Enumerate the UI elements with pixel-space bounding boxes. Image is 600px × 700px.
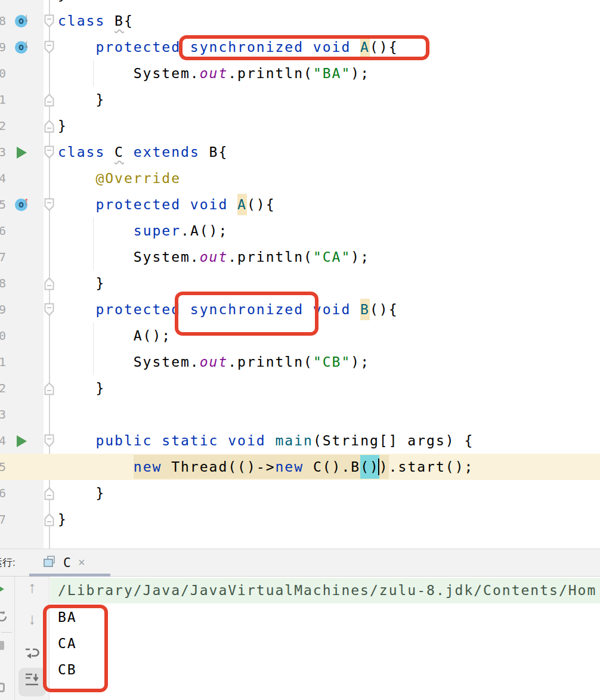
code-text: public static void main(String[] args) { <box>58 428 474 454</box>
fold-marker-icon[interactable] <box>43 381 55 396</box>
run-icon[interactable] <box>15 433 35 450</box>
stop-icon[interactable] <box>0 641 4 650</box>
code-line: 33 <box>0 401 600 428</box>
tool-icon[interactable] <box>0 683 5 692</box>
code-line: 25o↑ protected void A(){ <box>0 191 600 218</box>
code-line: 32 } <box>0 375 600 401</box>
line-number: 25 <box>0 191 6 218</box>
code-text: } <box>58 506 67 532</box>
console-command-line: /Library/Java/JavaVirtualMachines/zulu-8… <box>50 578 600 603</box>
jdk-path: /Library/Java/JavaVirtualMachines/zulu-8… <box>50 578 600 603</box>
code-text: A(); <box>58 323 171 349</box>
run-tab-c[interactable]: C × <box>29 549 110 577</box>
line-number: 33 <box>0 401 6 428</box>
rerun-icon[interactable] <box>0 610 8 623</box>
fold-marker-icon[interactable] <box>43 14 55 29</box>
code-text: System.out.println("CA"); <box>58 244 370 270</box>
code-text: } <box>58 0 67 8</box>
console-output-line: CB <box>58 656 77 683</box>
code-line: 27 System.out.println("CA"); <box>0 244 600 270</box>
close-icon[interactable]: × <box>78 549 85 577</box>
code-line: 17} <box>0 0 600 8</box>
run-panel-title: 运行: <box>0 549 16 577</box>
code-line: 31 System.out.println("CB"); <box>0 349 600 375</box>
code-text: super.A(); <box>58 218 228 244</box>
fold-marker-icon[interactable] <box>43 119 55 134</box>
code-line: 19o↓ protected synchronized void A(){ <box>0 34 600 60</box>
overridden-method-icon[interactable]: o↓ <box>15 39 35 56</box>
code-line: 29 protected synchronized void B(){ <box>0 296 600 323</box>
code-text: class C extends B{ <box>58 139 228 165</box>
code-line: 22} <box>0 113 600 139</box>
console-toolbar: ↑ ↓ <box>15 577 50 700</box>
ide-window: 17}18o↓class B{19o↓ protected synchroniz… <box>0 0 600 700</box>
code-text: } <box>58 375 105 401</box>
code-text: System.out.println("BA"); <box>58 60 370 86</box>
toolbar-divider <box>1 632 12 633</box>
line-number: 24 <box>0 165 6 191</box>
code-text: } <box>58 86 105 113</box>
down-arrow-icon[interactable]: ↓ <box>23 610 41 628</box>
code-text: } <box>58 480 105 506</box>
code-text: @Override <box>58 165 181 191</box>
code-text: protected synchronized void A(){ <box>58 34 398 60</box>
code-line: 28 } <box>0 270 600 296</box>
run-icon[interactable] <box>15 144 35 161</box>
fold-marker-icon[interactable] <box>43 302 55 317</box>
code-line: 37} <box>0 506 600 532</box>
code-text: System.out.println("CB"); <box>58 349 370 375</box>
overriding-method-icon[interactable]: o↑ <box>15 197 35 213</box>
line-number: 34 <box>0 428 6 454</box>
code-text: protected void A(){ <box>58 191 276 218</box>
code-text: } <box>58 270 105 296</box>
soft-wrap-icon[interactable] <box>24 646 40 661</box>
line-number: 37 <box>0 506 6 532</box>
line-number: 19 <box>0 34 6 60</box>
run-toolbar <box>0 577 15 700</box>
fold-marker-icon[interactable] <box>43 433 55 448</box>
code-text: new Thread(()->new C().B()).start(); <box>58 454 474 480</box>
line-number: 29 <box>0 296 6 323</box>
line-number: 36 <box>0 480 6 506</box>
code-line: 23class C extends B{ <box>0 139 600 165</box>
line-number: 30 <box>0 323 6 349</box>
code-line: 21 } <box>0 86 600 113</box>
run-panel-header: 运行: C × <box>0 549 600 577</box>
fold-marker-icon[interactable] <box>43 486 55 501</box>
line-number: 32 <box>0 375 6 401</box>
code-line: 20 System.out.println("BA"); <box>0 60 600 86</box>
line-number: 17 <box>0 0 6 8</box>
run-console-icon <box>44 556 57 568</box>
line-number: 20 <box>0 60 6 86</box>
line-number: 35 <box>0 454 6 480</box>
code-line: 24 @Override <box>0 165 600 191</box>
overridden-method-icon[interactable]: o↓ <box>15 13 35 30</box>
fold-marker-icon[interactable] <box>43 92 55 107</box>
fold-marker-icon[interactable] <box>43 512 55 527</box>
fold-marker-icon[interactable] <box>43 145 55 160</box>
code-line: 30 A(); <box>0 323 600 349</box>
line-number: 27 <box>0 244 6 270</box>
code-line: 34 public static void main(String[] args… <box>0 428 600 454</box>
line-number: 23 <box>0 139 6 165</box>
line-number: 21 <box>0 86 6 113</box>
fold-marker-icon[interactable] <box>43 276 55 291</box>
code-text: protected synchronized void B(){ <box>58 296 398 323</box>
code-line: 26 super.A(); <box>0 218 600 244</box>
console-output-line: CA <box>58 630 77 656</box>
line-number: 26 <box>0 218 6 244</box>
line-number: 31 <box>0 349 6 375</box>
line-number: 18 <box>0 8 6 34</box>
fold-marker-icon[interactable] <box>43 40 55 55</box>
code-text: class B{ <box>58 8 134 34</box>
code-editor[interactable]: 17}18o↓class B{19o↓ protected synchroniz… <box>0 0 600 549</box>
code-text: } <box>58 113 67 139</box>
scroll-to-end-icon[interactable] <box>24 672 40 687</box>
line-number: 22 <box>0 113 6 139</box>
run-icon[interactable] <box>0 584 4 594</box>
run-console: ↑ ↓ /Library/Java/JavaVirtualMachines/zu… <box>0 577 600 700</box>
fold-marker-icon[interactable] <box>43 197 55 212</box>
up-arrow-icon[interactable]: ↑ <box>23 578 41 597</box>
console-output-line: BA <box>58 604 77 630</box>
line-number: 28 <box>0 270 6 296</box>
